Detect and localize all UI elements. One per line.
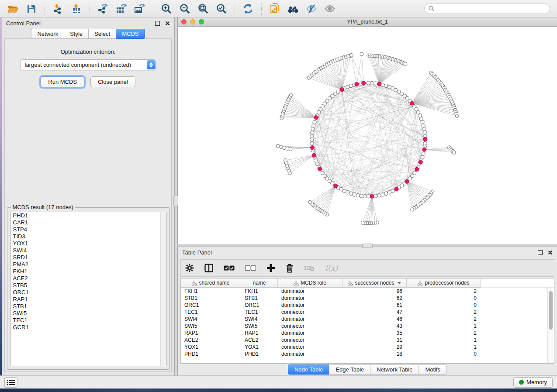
tab-style[interactable]: Style bbox=[64, 29, 88, 39]
mcds-result-item[interactable]: STB5 bbox=[10, 282, 166, 289]
table-row[interactable]: ORC1ORC1dominator610 bbox=[181, 302, 554, 309]
network-window-title: YPA_prune.txt_1 bbox=[178, 19, 557, 25]
open-session-button[interactable] bbox=[4, 2, 22, 16]
tab-edge-table[interactable]: Edge Table bbox=[329, 364, 370, 375]
delete-table-button[interactable] bbox=[304, 265, 315, 272]
horizontal-splitter[interactable] bbox=[177, 244, 557, 247]
table-row[interactable]: SWI4SWI4dominator462 bbox=[181, 316, 554, 323]
search-box[interactable] bbox=[424, 3, 550, 14]
search-input[interactable] bbox=[437, 6, 546, 12]
network-view-canvas[interactable] bbox=[178, 27, 557, 244]
network-window-titlebar[interactable]: YPA_prune.txt_1 bbox=[178, 17, 557, 27]
refresh-view-button[interactable] bbox=[239, 2, 257, 16]
zoom-out-button[interactable] bbox=[176, 2, 194, 16]
export-network-button[interactable] bbox=[94, 2, 112, 16]
vertical-splitter[interactable] bbox=[175, 17, 177, 375]
table-row[interactable]: RAP1RAP1dominator352 bbox=[181, 330, 554, 337]
toolbar-separator bbox=[261, 3, 262, 15]
column-header-shared-name[interactable]: shared name bbox=[181, 279, 241, 288]
mcds-result-item[interactable]: YOX1 bbox=[10, 240, 166, 247]
window-zoom-icon[interactable] bbox=[199, 19, 204, 24]
mcds-result-item[interactable]: PHD1 bbox=[10, 212, 166, 219]
table-row[interactable]: PHD1PHD1dominator180 bbox=[181, 351, 554, 358]
table-panel-float-button[interactable] bbox=[538, 250, 543, 255]
window-close-icon[interactable] bbox=[181, 19, 187, 24]
mcds-result-item[interactable]: TEC1 bbox=[10, 317, 166, 324]
tab-node-table[interactable]: Node Table bbox=[288, 364, 329, 375]
column-header-MCDS-role[interactable]: MCDS role bbox=[278, 279, 343, 288]
toolbar-separator bbox=[153, 3, 153, 15]
mcds-result-list[interactable]: PHD1CAR1STP4TID3YOX1SWI4SRD1PMA2FKH1ACE2… bbox=[10, 212, 166, 366]
mcds-result-item[interactable]: TID3 bbox=[10, 233, 166, 240]
tab-mcds[interactable]: MCDS bbox=[116, 29, 145, 39]
export-image-button[interactable] bbox=[131, 2, 149, 16]
mcds-result-item[interactable]: ORC1 bbox=[10, 289, 166, 296]
deselect-all-rows-button[interactable] bbox=[245, 265, 256, 271]
tab-select[interactable]: Select bbox=[88, 29, 116, 39]
column-header-name[interactable]: name bbox=[241, 279, 278, 288]
import-table-button[interactable] bbox=[68, 2, 85, 16]
control-panel-close-button[interactable] bbox=[165, 21, 170, 26]
mcds-result-item[interactable]: STP4 bbox=[10, 226, 166, 233]
zoom-fit-button[interactable] bbox=[194, 2, 212, 16]
column-header-successor-nodes[interactable]: successor nodes bbox=[343, 279, 407, 288]
mcds-result-item[interactable]: PMA2 bbox=[10, 261, 166, 268]
close-panel-button[interactable]: Close panel bbox=[90, 76, 135, 87]
gear-icon bbox=[185, 264, 194, 272]
table-row[interactable]: YOX1YOX1connector291 bbox=[181, 344, 554, 351]
window-minimize-icon[interactable] bbox=[190, 19, 195, 24]
table-row[interactable]: ACE2ACE2connector311 bbox=[181, 337, 554, 344]
network-graph[interactable] bbox=[178, 27, 557, 244]
mcds-result-item[interactable]: GCR1 bbox=[10, 324, 166, 331]
mcds-result-item[interactable]: SRD1 bbox=[10, 254, 166, 261]
zoom-selected-button[interactable] bbox=[213, 2, 230, 16]
delete-column-button[interactable] bbox=[286, 264, 294, 273]
table-panel-close-button[interactable] bbox=[548, 250, 553, 255]
table-scrollbar[interactable] bbox=[547, 288, 554, 363]
column-header-predecessor-nodes[interactable]: predecessor nodes bbox=[407, 279, 481, 288]
cell-predecessor-nodes: 1 bbox=[407, 344, 481, 351]
mcds-result-item[interactable]: FKH1 bbox=[10, 268, 166, 275]
table-row[interactable]: TEC1TEC1connector472 bbox=[181, 309, 554, 316]
mcds-result-item[interactable]: STB1 bbox=[10, 303, 166, 310]
tab-motifs[interactable]: Motifs bbox=[419, 364, 447, 375]
table-scrollbar-thumb[interactable] bbox=[549, 291, 553, 330]
show-all-button[interactable] bbox=[321, 2, 339, 16]
table-row[interactable]: STB1STB1dominator620 bbox=[181, 295, 554, 302]
clone-network-button[interactable] bbox=[266, 2, 284, 16]
hide-selected-button[interactable] bbox=[303, 2, 320, 16]
add-column-button[interactable] bbox=[266, 264, 275, 272]
cell-shared-name: TEC1 bbox=[181, 309, 241, 316]
horizontal-splitter-grip[interactable] bbox=[362, 244, 373, 248]
control-panel-header: Control Panel bbox=[2, 17, 174, 29]
task-history-button[interactable] bbox=[4, 377, 17, 388]
zoom-in-button[interactable] bbox=[158, 2, 175, 16]
control-panel-float-button[interactable] bbox=[155, 21, 160, 26]
memory-button[interactable]: Memory bbox=[513, 377, 553, 388]
mcds-list-scrollbar[interactable] bbox=[160, 212, 166, 366]
mcds-result-item[interactable]: RAP1 bbox=[10, 296, 166, 303]
function-builder-button[interactable]: f(x) bbox=[325, 264, 338, 272]
import-network-button[interactable] bbox=[49, 2, 67, 16]
mcds-result-item[interactable]: SWI4 bbox=[10, 247, 166, 254]
tab-network-table[interactable]: Network Table bbox=[370, 364, 419, 375]
first-neighbors-button[interactable] bbox=[284, 2, 302, 16]
tab-network[interactable]: Network bbox=[31, 29, 64, 39]
run-mcds-button[interactable]: Run MCDS bbox=[41, 76, 84, 87]
optimization-criterion-select[interactable]: largest connected component (undirected) bbox=[20, 59, 156, 70]
control-panel-tabs: NetworkStyleSelectMCDS bbox=[2, 29, 174, 39]
table-settings-button[interactable] bbox=[185, 264, 194, 272]
save-floppy-icon bbox=[27, 4, 36, 14]
save-session-button[interactable] bbox=[23, 2, 40, 16]
mcds-result-item[interactable]: SWI5 bbox=[10, 310, 166, 317]
export-table-button[interactable] bbox=[113, 2, 130, 16]
control-panel-title: Control Panel bbox=[6, 20, 41, 27]
table-row[interactable]: SWI5SWI5connector431 bbox=[181, 323, 554, 330]
cell-successor-nodes: 62 bbox=[343, 295, 407, 302]
select-all-rows-button[interactable] bbox=[224, 265, 235, 271]
show-columns-button[interactable] bbox=[204, 264, 213, 272]
network-leaf-nodes[interactable] bbox=[276, 52, 459, 225]
table-row[interactable]: FKH1FKH1dominator962 bbox=[181, 288, 554, 295]
mcds-result-item[interactable]: ACE2 bbox=[10, 275, 166, 282]
mcds-result-item[interactable]: CAR1 bbox=[10, 219, 166, 226]
